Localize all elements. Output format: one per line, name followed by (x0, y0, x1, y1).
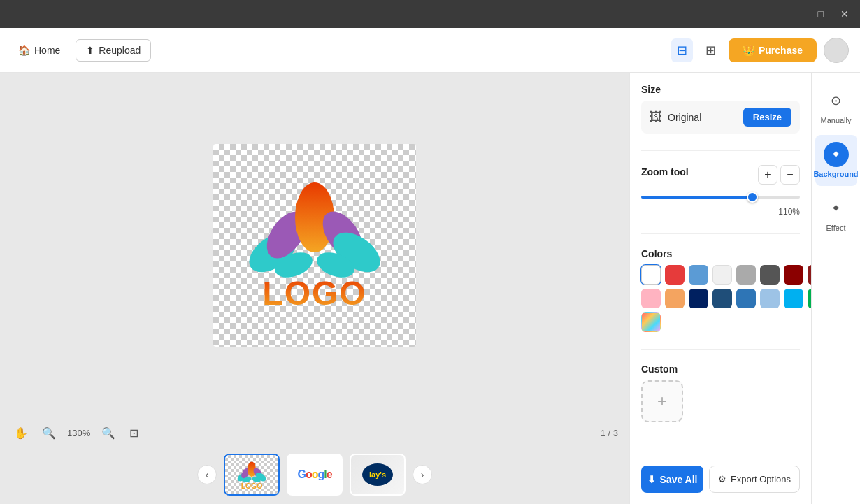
zoom-value: 110% (641, 207, 800, 217)
color-swatch-darkred[interactable] (784, 265, 803, 285)
toolbar-right: ⊟ ⊞ 👑 Purchase (671, 38, 849, 63)
color-swatch-gray[interactable] (736, 265, 756, 285)
divider-1 (641, 150, 800, 151)
grid-view-button[interactable]: ⊟ (671, 38, 693, 62)
fit-icon: ⊡ (129, 427, 138, 439)
manually-label: Manually (820, 116, 851, 125)
zoom-slider[interactable] (641, 190, 800, 204)
sidebar-tool-background[interactable]: ✦ Background (815, 135, 857, 186)
zoom-out-button[interactable]: 🔍 (39, 424, 59, 442)
purchase-label: Purchase (759, 45, 803, 56)
right-panel: Size 🖼 Original Resize Zoom tool + − (629, 73, 811, 504)
pan-icon: ✋ (14, 427, 28, 439)
save-all-label: Save All (660, 474, 698, 485)
zoom-minus-button[interactable]: − (780, 165, 800, 185)
home-button[interactable]: 🏠 Home (11, 41, 67, 60)
home-icon: 🏠 (18, 45, 30, 56)
zoom-buttons: + − (758, 165, 800, 185)
background-icon: ✦ (824, 142, 849, 167)
effect-label: Effect (826, 224, 846, 233)
custom-add-button[interactable]: + (641, 380, 683, 422)
color-swatch-medblue[interactable] (736, 289, 756, 308)
titlebar: — □ ✕ (0, 0, 860, 28)
panel-footer: ⬇ Save All ⚙ Export Options (641, 466, 800, 493)
purchase-button[interactable]: 👑 Purchase (729, 38, 817, 62)
zoom-header: Zoom tool + − (641, 165, 800, 185)
zoom-in-icon: 🔍 (101, 427, 115, 439)
save-all-button[interactable]: ⬇ Save All (641, 466, 703, 493)
plus-icon: + (657, 391, 667, 411)
color-swatch-pink[interactable] (641, 289, 661, 308)
color-swatch-gradient[interactable] (641, 312, 661, 332)
main-toolbar: 🏠 Home ⬆ Reupload ⊟ ⊞ 👑 Purchase (0, 28, 860, 73)
thumb-content-2: Google (288, 455, 341, 494)
thumbnails-bar: ‹ (0, 448, 629, 504)
zoom-thumb[interactable] (747, 192, 758, 203)
svg-text:LOGO: LOGO (262, 275, 366, 312)
crown-icon: 👑 (743, 45, 754, 56)
export-options-label: Export Options (731, 474, 791, 484)
minimize-button[interactable]: — (789, 6, 804, 22)
thumbnail-3[interactable]: lay's (350, 454, 406, 496)
original-icon: 🖼 (650, 110, 662, 124)
color-swatch-darkgray[interactable] (760, 265, 780, 285)
color-swatch-lightblue[interactable] (760, 289, 780, 308)
checker-canvas: LOGO (213, 144, 416, 347)
grid-icon: ⊟ (677, 43, 687, 57)
thumb-logo-1: LOGO (231, 457, 273, 492)
maximize-button[interactable]: □ (815, 6, 826, 22)
divider-3 (641, 349, 800, 350)
color-swatch-red[interactable] (665, 265, 685, 285)
thumb-prev-button[interactable]: ‹ (197, 465, 217, 484)
effect-icon: ✦ (824, 196, 849, 221)
sidebar-tool-effect[interactable]: ✦ Effect (815, 189, 857, 240)
fit-view-button[interactable]: ⊡ (127, 424, 141, 442)
color-swatch-navyblue[interactable] (689, 289, 708, 308)
upload-icon: ⬆ (86, 45, 94, 56)
page-indicator: 1 / 3 (601, 428, 618, 438)
custom-title: Custom (641, 363, 800, 375)
pan-tool-button[interactable]: ✋ (11, 424, 31, 442)
thumb-content-3: lay's (351, 455, 404, 494)
thumb-lays-logo: lay's (362, 463, 393, 486)
color-swatch-cyan[interactable] (784, 289, 803, 308)
canvas-area: LOGO ✋ 🔍 130% 🔍 ⊡ (0, 73, 629, 504)
canvas-content: LOGO (0, 73, 629, 418)
background-label: Background (813, 170, 858, 179)
manually-icon: ⊙ (824, 88, 849, 113)
reupload-button[interactable]: ⬆ Reupload (76, 39, 151, 62)
zoom-section: Zoom tool + − 110% (641, 165, 800, 217)
divider-2 (641, 233, 800, 234)
size-row: 🖼 Original Resize (641, 101, 800, 134)
svg-text:LOGO: LOGO (241, 482, 263, 490)
export-options-button[interactable]: ⚙ Export Options (709, 466, 800, 493)
color-swatch-darkblue[interactable] (712, 289, 732, 308)
original-label: Original (668, 112, 738, 123)
color-swatch-blue[interactable] (689, 265, 708, 285)
color-swatch-tan[interactable] (665, 289, 685, 308)
apps-icon: ⊞ (705, 43, 716, 57)
colors-title: Colors (641, 248, 800, 259)
colors-section: Colors (641, 248, 800, 332)
sidebar-tool-manually[interactable]: ⊙ Manually (815, 81, 857, 132)
zoom-track (641, 196, 800, 199)
bottom-controls: ✋ 🔍 130% 🔍 ⊡ 1 / 3 (0, 418, 629, 448)
logo-svg: LOGO (231, 161, 399, 329)
zoom-display: 130% (67, 428, 90, 438)
thumbnail-1[interactable]: LOGO (224, 454, 280, 496)
save-icon: ⬇ (647, 474, 656, 485)
thumb-next-button[interactable]: › (413, 465, 432, 484)
far-right-sidebar: ⊙ Manually ✦ Background ✦ Effect (811, 73, 860, 504)
thumbnail-2[interactable]: Google (287, 454, 343, 496)
apps-view-button[interactable]: ⊞ (700, 38, 722, 62)
avatar[interactable] (824, 38, 849, 63)
color-swatch-lightgray[interactable] (712, 265, 732, 285)
zoom-plus-button[interactable]: + (758, 165, 777, 185)
settings-icon: ⚙ (718, 474, 726, 484)
size-section: Size 🖼 Original Resize (641, 84, 800, 134)
color-swatch-white[interactable] (641, 265, 661, 285)
zoom-in-button[interactable]: 🔍 (99, 424, 118, 442)
resize-button[interactable]: Resize (743, 108, 791, 127)
zoom-title: Zoom tool (641, 166, 689, 178)
close-button[interactable]: ✕ (838, 6, 852, 22)
